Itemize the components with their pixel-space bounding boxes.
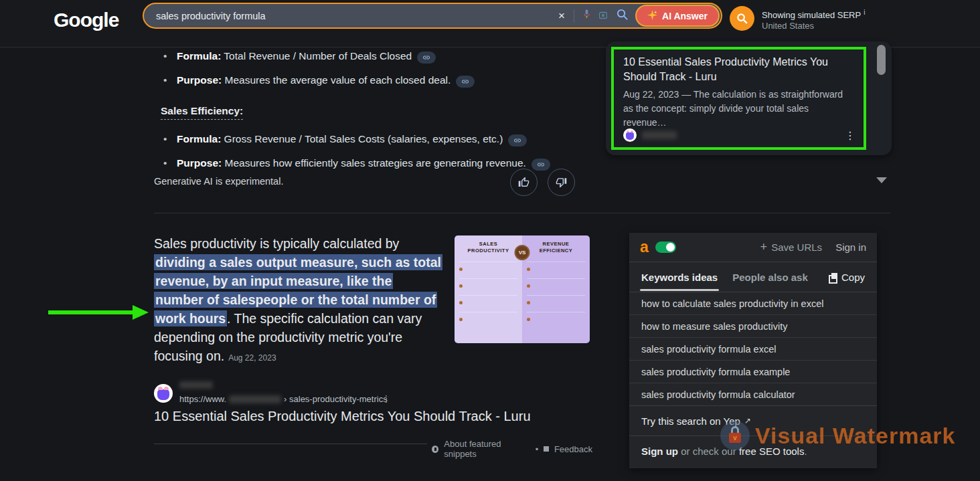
source-card-highlighted[interactable]: 10 Essential Sales Productivity Metrics … <box>611 47 866 150</box>
bullet-text: Total Revenue / Number of Deals Closed <box>221 50 412 62</box>
feedback-icon <box>544 446 548 452</box>
genai-disclaimer: Generative AI is experimental. <box>154 176 283 187</box>
search-icon[interactable] <box>616 8 629 23</box>
panel-tabs: Keywords ideas People also ask Copy <box>629 262 877 292</box>
header-bar: Google sales productivity formula × <box>0 0 980 47</box>
lens-icon[interactable] <box>599 10 607 22</box>
thumbs-up-icon <box>518 177 529 188</box>
info-icon[interactable]: i <box>864 9 865 16</box>
tab-people-also-ask[interactable]: People also ask <box>732 272 808 283</box>
thumbs-up-button[interactable] <box>510 169 538 196</box>
tab-keywords-ideas[interactable]: Keywords ideas <box>641 272 718 283</box>
url-redacted <box>229 395 281 403</box>
snippet-footer: About featured snippets • Feedback <box>432 439 592 459</box>
featured-snippet-text: Sales productivity is typically calculat… <box>154 234 443 367</box>
more-options-icon[interactable]: ⋮ <box>845 129 855 142</box>
source-card-title[interactable]: 10 Essential Sales Productivity Metrics … <box>623 55 854 84</box>
thumbs-down-button[interactable] <box>548 169 575 196</box>
thumbs-down-icon <box>556 177 567 188</box>
copy-button[interactable]: Copy <box>829 272 865 283</box>
sparkle-icon <box>647 10 657 22</box>
keyword-item[interactable]: sales productivity formula example <box>629 360 877 383</box>
keyword-item[interactable]: how to calculate sales productivity in e… <box>629 292 877 314</box>
serp-search-badge[interactable] <box>730 6 754 31</box>
feedback-link[interactable]: Feedback <box>554 444 592 454</box>
source-card-snippet: Aug 22, 2023 — The calculation is as str… <box>623 88 854 130</box>
ai-source-carousel: 10 Essential Sales Productivity Metrics … <box>606 41 892 155</box>
mic-icon[interactable] <box>583 9 590 22</box>
keyword-item[interactable]: how to measure sales productivity <box>629 314 877 337</box>
ai-bullet: • Formula: Total Revenue / Number of Dea… <box>161 49 589 64</box>
keyword-item[interactable]: sales productivity formula excel <box>629 337 877 360</box>
free-seo-tools-link[interactable]: free SEO tools <box>739 446 805 457</box>
copy-icon <box>829 273 837 282</box>
vs-badge: VS <box>515 245 530 260</box>
info-icon <box>432 446 438 453</box>
snippet-thumbnail-image[interactable]: VS SALESPRODUCTIVITY REVENUEEFFICIENCY <box>455 235 590 343</box>
external-link-icon: ↗ <box>744 416 751 425</box>
result-more-options-icon[interactable]: ⋮ <box>382 393 391 404</box>
carousel-scroll-down-icon[interactable] <box>876 177 887 183</box>
result-url[interactable]: https://www. › sales-productivity-metric… <box>179 394 388 404</box>
site-name-redacted <box>179 381 213 389</box>
keyword-item[interactable]: sales productivity formula calculator <box>629 383 877 405</box>
ai-answer-button[interactable]: AI Answer <box>635 5 720 27</box>
result-title-link[interactable]: 10 Essential Sales Productivity Metrics … <box>154 409 531 424</box>
section-divider <box>154 213 890 213</box>
search-input[interactable]: sales productivity formula <box>156 11 558 21</box>
result-favicon <box>154 384 173 403</box>
annotation-arrow <box>48 310 134 314</box>
save-urls-button[interactable]: + Save URLs <box>760 240 823 254</box>
snippet-date: Aug 22, 2023 <box>228 353 276 363</box>
citation-link-icon[interactable] <box>532 159 550 171</box>
serp-note-country: United States <box>762 21 865 31</box>
bullet-text: Measures how efficiently sales strategie… <box>222 157 526 169</box>
breadcrumb: › sales-productivity-metrics <box>284 394 388 404</box>
bullet-label: Formula: <box>177 133 221 145</box>
magnifier-icon <box>736 12 748 25</box>
google-serp-page: Google sales productivity formula × <box>0 0 980 481</box>
ai-subheading[interactable]: Sales Efficiency: <box>161 105 243 120</box>
bullet-label: Purpose: <box>177 74 222 86</box>
yep-search-link[interactable]: Try this search on Yep ↗ <box>629 405 877 436</box>
plus-icon: + <box>760 240 768 254</box>
footer-divider <box>154 444 427 444</box>
source-name-redacted <box>642 131 677 139</box>
snippet-pre: Sales productivity is typically calculat… <box>154 236 399 251</box>
infographic-left-title: SALES <box>479 241 498 247</box>
bullet-label: Formula: <box>177 50 221 62</box>
panel-header: a + Save URLs Sign in <box>629 233 877 262</box>
sign-up-link[interactable]: Sign up <box>641 446 678 457</box>
serp-note-text: Showing simulated SERP <box>762 10 861 20</box>
infographic-right-title: REVENUE <box>543 241 570 247</box>
search-bar[interactable]: sales productivity formula × AI Answer <box>143 3 722 29</box>
annotation-arrow-head <box>133 305 149 320</box>
ai-answer-label: AI Answer <box>662 11 708 21</box>
citation-link-icon[interactable] <box>456 76 475 88</box>
google-logo[interactable]: Google <box>54 9 118 31</box>
signup-row: Sign up or check our free SEO tools. <box>629 436 877 466</box>
ai-overview: • Formula: Total Revenue / Number of Dea… <box>161 49 589 180</box>
bullet-text: Gross Revenue / Total Sales Costs (salar… <box>221 133 503 145</box>
sign-in-button[interactable]: Sign in <box>835 242 866 253</box>
bullet-text: Measures the average value of each close… <box>222 74 451 86</box>
source-favicon <box>623 128 637 142</box>
carousel-scrollbar-thumb[interactable] <box>877 45 886 75</box>
serp-note: Showing simulated SERPi United States <box>762 7 865 31</box>
seo-extension-panel: a + Save URLs Sign in Keywords ideas Peo… <box>629 233 877 468</box>
ahrefs-logo: a <box>640 239 649 255</box>
citation-link-icon[interactable] <box>508 134 527 147</box>
citation-link-icon[interactable] <box>417 52 436 64</box>
clear-icon[interactable]: × <box>558 9 565 23</box>
search-divider <box>574 9 574 23</box>
bullet-label: Purpose: <box>177 157 222 169</box>
ai-bullet: • Formula: Gross Revenue / Total Sales C… <box>161 132 589 147</box>
extension-toggle[interactable] <box>655 242 676 253</box>
about-featured-snippets-link[interactable]: About featured snippets <box>444 439 530 459</box>
ai-bullet: • Purpose: Measures the average value of… <box>161 73 589 88</box>
